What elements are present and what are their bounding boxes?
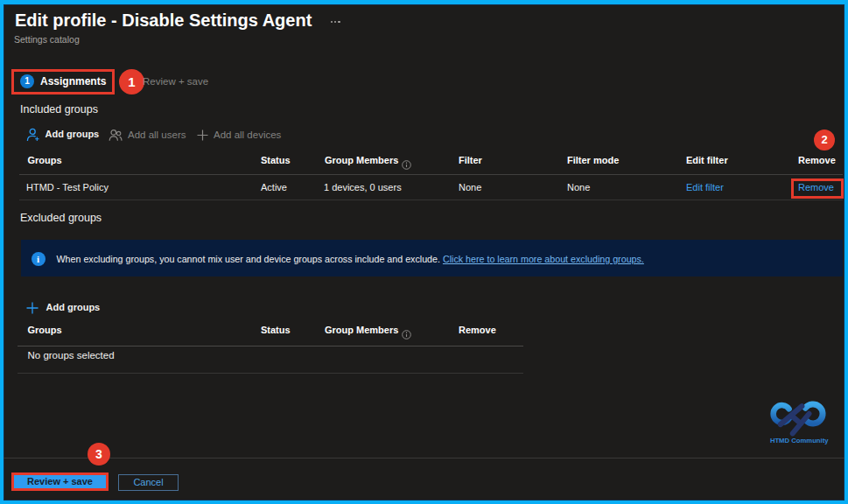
svg-text:HTMD Community: HTMD Community <box>770 437 829 444</box>
